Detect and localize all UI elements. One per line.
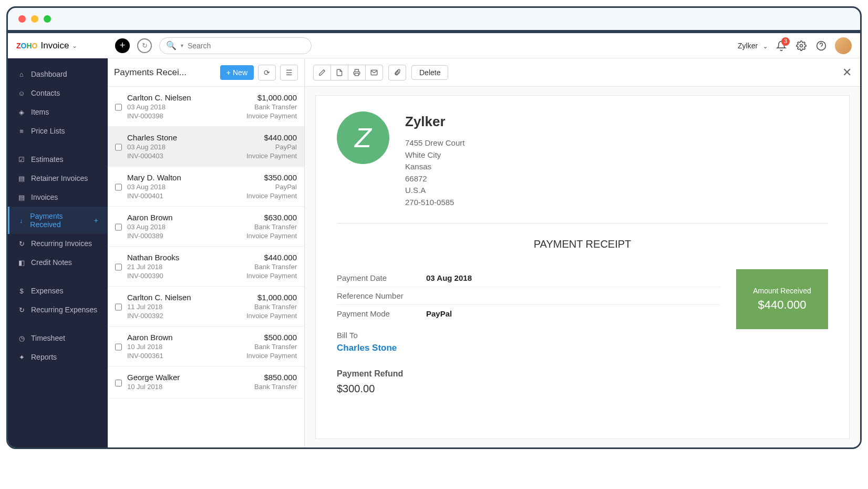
payment-date: 11 Jul 2018 xyxy=(127,303,241,311)
help-button[interactable] xyxy=(815,39,828,52)
close-detail-button[interactable]: ✕ xyxy=(842,66,852,79)
print-button[interactable] xyxy=(348,65,366,80)
refresh-button[interactable]: ⟳ xyxy=(258,65,276,80)
payments-list-column: Payments Recei... +New ⟳ ☰ Carlton C. Ni… xyxy=(108,58,305,447)
user-avatar[interactable] xyxy=(835,37,852,54)
reference-label: Reference Number xyxy=(337,291,426,300)
dashboard-icon: ⌂ xyxy=(17,70,26,78)
row-checkbox[interactable] xyxy=(115,334,122,360)
search-dropdown-icon[interactable]: ▼ xyxy=(180,43,184,48)
sidebar-item-credit-notes[interactable]: ◧Credit Notes xyxy=(8,253,108,272)
attach-button[interactable] xyxy=(388,65,406,80)
sidebar-item-estimates[interactable]: ☑Estimates xyxy=(8,150,108,169)
pdf-button[interactable] xyxy=(330,65,348,80)
svg-rect-3 xyxy=(355,73,359,76)
payment-row[interactable]: Aaron Brown 03 Aug 2018 INV-000389 $630.… xyxy=(108,207,304,247)
payment-method: Bank Transfer xyxy=(246,303,297,311)
row-checkbox[interactable] xyxy=(115,374,122,392)
payment-method: Bank Transfer xyxy=(246,263,297,271)
topbar: ZOHO Invoice ⌄ + ↻ 🔍 ▼ Zylker ⌄ 3 xyxy=(8,33,860,58)
new-button[interactable]: +New xyxy=(220,65,254,80)
receipt-document: Z Zylker 7455 Drew Court White City Kans… xyxy=(315,95,850,439)
sidebar-item-recurring-expenses[interactable]: ↻Recurring Expenses xyxy=(8,300,108,319)
sidebar-item-items[interactable]: ◈Items xyxy=(8,103,108,121)
sidebar-item-label: Credit Notes xyxy=(31,258,72,267)
org-switcher[interactable]: Zylker ⌄ xyxy=(738,42,768,50)
window-close-button[interactable] xyxy=(18,15,26,23)
window-minimize-button[interactable] xyxy=(31,15,38,23)
company-addr2: White City xyxy=(405,149,464,161)
sidebar-item-contacts[interactable]: ☺Contacts xyxy=(8,84,108,103)
company-addr1: 7455 Drew Court xyxy=(405,137,464,149)
row-checkbox[interactable] xyxy=(115,294,122,320)
payment-row[interactable]: Carlton C. Nielsen 03 Aug 2018 INV-00039… xyxy=(108,87,304,127)
window-zoom-button[interactable] xyxy=(44,15,51,23)
plus-icon[interactable]: + xyxy=(94,216,98,225)
chevron-down-icon: ⌄ xyxy=(72,42,77,49)
sidebar-item-invoices[interactable]: ▤Invoices xyxy=(8,188,108,207)
row-checkbox[interactable] xyxy=(115,135,122,160)
payment-invoice: INV-000390 xyxy=(127,272,241,280)
sidebar-item-label: Price Lists xyxy=(31,127,65,135)
brand[interactable]: ZOHO Invoice ⌄ xyxy=(16,40,108,51)
list-header: Payments Recei... +New ⟳ ☰ xyxy=(108,58,304,87)
svg-point-0 xyxy=(800,44,803,47)
payment-row[interactable]: Charles Stone 03 Aug 2018 INV-000403 $44… xyxy=(108,127,304,167)
payment-row[interactable]: Carlton C. Nielsen 11 Jul 2018 INV-00039… xyxy=(108,287,304,327)
payment-row[interactable]: Nathan Brooks 21 Jul 2018 INV-000390 $44… xyxy=(108,247,304,287)
chevron-down-icon: ⌄ xyxy=(763,43,768,49)
payment-customer: Aaron Brown xyxy=(127,213,241,222)
payment-invoice: INV-000392 xyxy=(127,312,241,320)
list-title: Payments Recei... xyxy=(114,67,216,78)
sidebar-item-recurring-invoices[interactable]: ↻Recurring Invoices xyxy=(8,234,108,253)
edit-button[interactable] xyxy=(313,65,331,80)
payment-amount: $500.000 xyxy=(246,333,297,342)
payment-invoice: INV-000401 xyxy=(127,192,241,200)
search-input[interactable] xyxy=(188,42,305,50)
sidebar-item-dashboard[interactable]: ⌂Dashboard xyxy=(8,65,108,84)
payment-row[interactable]: George Walker 10 Jul 2018 $850.000 Bank … xyxy=(108,366,304,399)
list-menu-button[interactable]: ☰ xyxy=(280,65,298,80)
billto-label: Bill To xyxy=(337,331,720,340)
payment-row[interactable]: Aaron Brown 10 Jul 2018 INV-000361 $500.… xyxy=(108,327,304,366)
quick-create-button[interactable]: + xyxy=(115,38,130,53)
plus-icon: + xyxy=(226,68,231,77)
payment-row[interactable]: Mary D. Walton 03 Aug 2018 INV-000401 $3… xyxy=(108,167,304,207)
delete-button[interactable]: Delete xyxy=(411,65,448,80)
payment-date: 03 Aug 2018 xyxy=(127,143,241,151)
search-box[interactable]: 🔍 ▼ xyxy=(159,37,312,54)
notification-button[interactable]: 3 xyxy=(775,39,788,52)
sidebar-item-payments-received[interactable]: ↓Payments Received+ xyxy=(8,207,108,234)
history-button[interactable]: ↻ xyxy=(137,38,152,53)
payment-type: Invoice Payment xyxy=(246,352,297,360)
expenses-icon: $ xyxy=(17,287,26,295)
sidebar-item-retainer-invoices[interactable]: ▤Retainer Invoices xyxy=(8,169,108,188)
contacts-icon: ☺ xyxy=(17,89,26,97)
sidebar-item-label: Invoices xyxy=(31,193,58,201)
reports-icon: ✦ xyxy=(17,353,26,361)
row-checkbox[interactable] xyxy=(115,175,122,200)
row-checkbox[interactable] xyxy=(115,254,122,280)
sidebar-item-label: Estimates xyxy=(31,155,63,164)
billto-name[interactable]: Charles Stone xyxy=(337,343,720,353)
sidebar-item-timesheet[interactable]: ◷Timesheet xyxy=(8,329,108,348)
sidebar-item-expenses[interactable]: $Expenses xyxy=(8,281,108,300)
email-button[interactable] xyxy=(365,65,383,80)
settings-button[interactable] xyxy=(795,39,808,52)
sidebar-item-reports[interactable]: ✦Reports xyxy=(8,348,108,366)
row-checkbox[interactable] xyxy=(115,215,122,240)
payment-method: PayPal xyxy=(246,183,297,191)
app-window: ZOHO Invoice ⌄ + ↻ 🔍 ▼ Zylker ⌄ 3 ⌂Dashb… xyxy=(6,6,862,449)
payment-type: Invoice Payment xyxy=(246,192,297,200)
amount-received-label: Amount Received xyxy=(753,287,811,295)
row-checkbox[interactable] xyxy=(115,95,122,120)
search-icon: 🔍 xyxy=(166,40,177,50)
company-name: Zylker xyxy=(405,111,464,132)
sidebar-item-price-lists[interactable]: ≡Price Lists xyxy=(8,121,108,140)
invoices-icon: ▤ xyxy=(17,193,26,201)
payment-method: PayPal xyxy=(246,143,297,151)
detail-pane: Delete ✕ Z Zylker 7455 Drew Court White … xyxy=(305,58,860,447)
payment-customer: George Walker xyxy=(127,373,249,382)
sidebar-item-label: Expenses xyxy=(31,287,63,295)
payment-customer: Mary D. Walton xyxy=(127,173,241,182)
